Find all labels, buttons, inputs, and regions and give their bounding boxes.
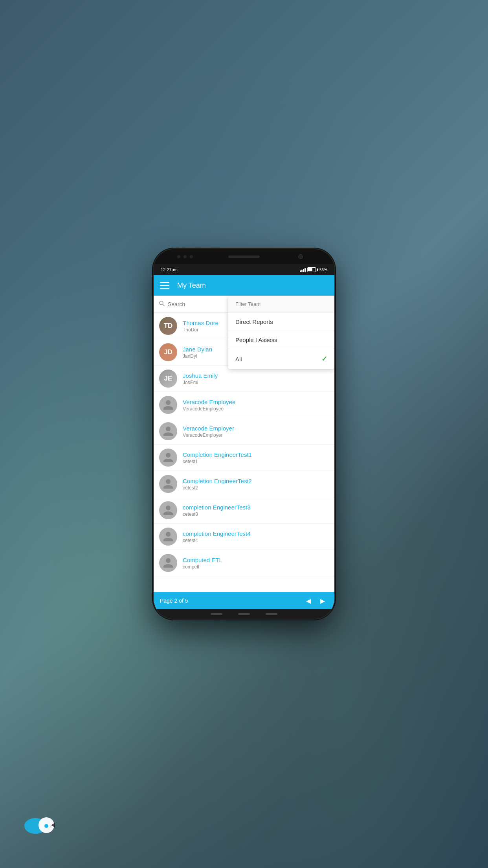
person-name: Completion EngineerTest2 [183, 478, 252, 484]
person-name: Thomas Dore [183, 320, 218, 326]
nav-recent-button[interactable] [266, 613, 277, 615]
avatar: JE [159, 370, 177, 388]
person-name: Veracode Employee [183, 399, 235, 405]
list-item[interactable]: completion EngineerTest3 cetest3 [154, 497, 334, 524]
list-item[interactable]: completion EngineerTest4 cetest4 [154, 524, 334, 550]
list-item[interactable]: Veracode Employee VeracodeEmployee [154, 392, 334, 418]
search-icon [159, 301, 165, 307]
sensor-dot [177, 255, 180, 258]
list-item[interactable]: Veracode Employer VeracodeEmployer [154, 418, 334, 445]
page-label: Page 2 of 5 [160, 598, 188, 604]
nav-home-button[interactable] [238, 613, 250, 615]
svg-line-1 [163, 304, 165, 306]
avatar [159, 422, 177, 440]
person-name: Computed ETL [183, 557, 222, 563]
battery-percent: 56% [319, 268, 327, 272]
list-item[interactable]: Completion EngineerTest2 cetest2 [154, 471, 334, 497]
dropdown-header: Filter Team [228, 296, 334, 313]
phone-top-bar [154, 249, 334, 264]
person-username: VeracodeEmployer [183, 432, 234, 438]
avatar [159, 501, 177, 519]
dropdown-item-all[interactable]: All ✓ [228, 349, 334, 369]
person-username: cetest4 [183, 538, 251, 543]
person-username: competl [183, 564, 222, 570]
avatar: TD [159, 317, 177, 335]
pagination-controls: ◀ ▶ [303, 595, 328, 606]
dropdown-item-people-assess[interactable]: People I Assess [228, 331, 334, 349]
list-item[interactable]: Completion EngineerTest1 cetest1 [154, 445, 334, 471]
avatar [159, 554, 177, 572]
front-camera [298, 254, 303, 259]
svg-point-4 [44, 824, 48, 828]
person-username: JosEmi [183, 380, 218, 385]
avatar [159, 475, 177, 493]
hamburger-menu-button[interactable] [160, 281, 169, 290]
phone-bottom-bar [154, 609, 334, 619]
phone-speaker [228, 256, 260, 258]
header-title: My Team [177, 281, 206, 290]
dropdown-item-direct-reports[interactable]: Direct Reports [228, 313, 334, 331]
person-name: Jane Dylan [183, 346, 212, 353]
person-username: ThoDor [183, 327, 218, 333]
next-page-button[interactable]: ▶ [317, 595, 328, 606]
dropdown-item-label: Direct Reports [235, 318, 273, 325]
nav-back-button[interactable] [211, 613, 222, 615]
app-logo [24, 813, 71, 837]
avatar [159, 528, 177, 546]
status-time: 12:27pm [161, 267, 178, 272]
person-username: VeracodeEmployee [183, 406, 235, 412]
app-header: My Team Filter Team Direct Reports Peopl… [154, 275, 334, 296]
person-username: cetest2 [183, 485, 252, 491]
person-username: cetest3 [183, 511, 251, 517]
person-username: JanDyl [183, 353, 212, 359]
battery-icon [307, 267, 318, 272]
pagination-footer: Page 2 of 5 ◀ ▶ [154, 592, 334, 609]
avatar [159, 396, 177, 414]
person-name: Joshua Emily [183, 372, 218, 379]
signal-icon [300, 267, 306, 272]
person-name: completion EngineerTest3 [183, 504, 251, 511]
person-name: Completion EngineerTest1 [183, 451, 252, 458]
avatar [159, 449, 177, 467]
sensor-dot [183, 255, 187, 258]
status-bar: 12:27pm 56% [154, 264, 334, 275]
list-item[interactable]: Computed ETL competl [154, 550, 334, 576]
selected-checkmark-icon: ✓ [321, 355, 327, 363]
dropdown-item-label: People I Assess [235, 337, 277, 343]
prev-page-button[interactable]: ◀ [303, 595, 314, 606]
list-item[interactable]: JE Joshua Emily JosEmi [154, 366, 334, 392]
phone-screen: My Team Filter Team Direct Reports Peopl… [154, 275, 334, 609]
dropdown-item-label: All [235, 356, 242, 362]
person-name: completion EngineerTest4 [183, 530, 251, 537]
avatar: JD [159, 343, 177, 361]
phone-frame: 12:27pm 56% My [154, 249, 334, 619]
phone-sensors [177, 255, 193, 258]
filter-team-dropdown: Filter Team Direct Reports People I Asse… [228, 296, 334, 369]
person-username: cetest1 [183, 459, 252, 464]
sensor-dot [190, 255, 193, 258]
status-icons: 56% [300, 267, 327, 272]
person-name: Veracode Employer [183, 425, 234, 432]
